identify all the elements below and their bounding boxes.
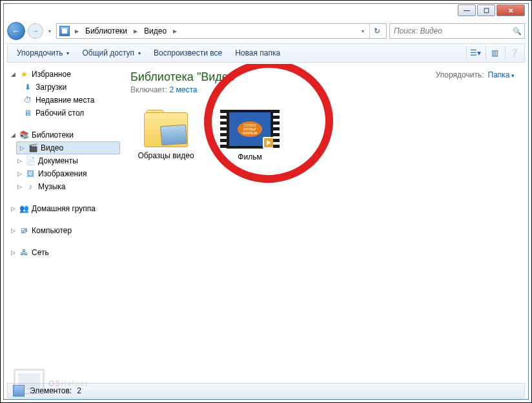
preview-pane-button[interactable]: ▥	[486, 46, 500, 60]
breadcrumb-video[interactable]: Видео	[143, 26, 168, 36]
file-view: Библиотека "Видео" Включает: 2 места Упо…	[120, 64, 525, 383]
recent-icon	[23, 95, 33, 105]
play-all-button[interactable]: Воспроизвести все	[150, 46, 226, 60]
arrange-by: Упорядочить: Папка	[436, 70, 515, 79]
sidebar-documents[interactable]: ▷ Документы	[7, 154, 120, 167]
separator-icon: ▸	[170, 26, 179, 36]
images-icon	[25, 169, 36, 179]
documents-icon	[25, 156, 36, 166]
address-bar: ▸ Библиотеки ▸ Видео ▸	[7, 21, 525, 41]
search-icon[interactable]	[513, 26, 522, 36]
sidebar-homegroup[interactable]: ▷ Домашняя группа	[7, 202, 120, 215]
video-item-film[interactable]: СОЮЗМУЛЬТФИЛЬМ Фильм	[214, 110, 285, 161]
expand-icon[interactable]: ▷	[16, 183, 23, 190]
download-icon	[23, 82, 33, 92]
separator-icon: ▸	[131, 26, 140, 36]
sidebar-recent[interactable]: Недавние места	[7, 94, 120, 107]
window-controls	[458, 5, 525, 16]
close-button[interactable]	[496, 5, 525, 16]
command-bar: Упорядочить Общий доступ Воспроизвести в…	[7, 43, 525, 63]
content-area: ◢ Избранное Загрузки Недавние места Рабо…	[7, 64, 525, 383]
expand-icon[interactable]: ▷	[19, 145, 25, 151]
breadcrumb-libraries[interactable]: Библиотеки	[84, 26, 128, 36]
library-header: Библиотека "Видео" Включает: 2 места Упо…	[130, 70, 515, 94]
breadcrumb-dropdown[interactable]	[359, 23, 367, 39]
collapse-icon[interactable]: ◢	[10, 132, 16, 138]
nav-history-dropdown[interactable]	[46, 23, 54, 39]
maximize-button[interactable]	[477, 5, 495, 16]
sidebar-item-label: Рабочий стол	[36, 108, 118, 118]
status-icon	[13, 385, 25, 397]
search-box[interactable]	[389, 23, 525, 39]
organize-button[interactable]: Упорядочить	[13, 46, 73, 60]
star-icon	[19, 69, 29, 79]
network-icon	[19, 247, 29, 258]
back-button[interactable]	[7, 22, 25, 40]
view-options-button[interactable]: ☰▾	[466, 46, 480, 60]
sidebar-network[interactable]: ▷ Сеть	[7, 246, 120, 259]
sidebar-music[interactable]: ▷ Музыка	[7, 180, 120, 193]
includes-label: Включает:	[130, 85, 167, 94]
desktop-icon	[23, 108, 33, 118]
sidebar-item-label: Сеть	[32, 248, 118, 257]
sidebar-item-label: Недавние места	[36, 96, 118, 105]
expand-icon[interactable]: ▷	[10, 227, 16, 234]
sidebar-item-label: Видео	[41, 143, 118, 152]
sidebar-item-label: Загрузки	[36, 83, 118, 92]
arrange-label: Упорядочить:	[436, 70, 484, 79]
item-label: Образцы видео	[130, 151, 201, 160]
expand-icon[interactable]: ▷	[16, 170, 23, 177]
video-icon	[28, 143, 38, 153]
item-label: Фильм	[214, 152, 285, 161]
homegroup-icon	[19, 203, 29, 214]
arrange-dropdown[interactable]: Папка	[488, 70, 515, 79]
sidebar-item-label: Музыка	[38, 182, 118, 191]
status-elements-label: Элементов:	[30, 386, 72, 395]
explorer-window: ▸ Библиотеки ▸ Видео ▸ Упорядочить Общий…	[0, 0, 532, 403]
breadcrumb-bar[interactable]: ▸ Библиотеки ▸ Видео ▸	[56, 23, 387, 39]
forward-button[interactable]	[28, 23, 43, 39]
computer-icon	[19, 225, 29, 236]
minimize-button[interactable]	[458, 5, 476, 16]
folder-icon	[143, 110, 189, 147]
expand-icon[interactable]: ▷	[16, 158, 23, 164]
expand-icon[interactable]: ▷	[10, 205, 16, 212]
sidebar-downloads[interactable]: Загрузки	[7, 81, 120, 94]
library-title: Библиотека "Видео"	[130, 70, 239, 84]
sidebar-item-label: Компьютер	[32, 226, 118, 235]
collapse-icon[interactable]: ◢	[10, 71, 16, 78]
sidebar-images[interactable]: ▷ Изображения	[7, 167, 120, 180]
refresh-button[interactable]	[369, 24, 384, 38]
sidebar-item-label: Изображения	[38, 169, 118, 178]
status-count: 2	[77, 386, 81, 395]
sidebar-desktop[interactable]: Рабочий стол	[7, 107, 120, 119]
sidebar-item-label: Домашняя группа	[32, 204, 118, 213]
sidebar-libraries[interactable]: ◢ Библиотеки	[7, 129, 120, 141]
sidebar-item-label: Библиотеки	[32, 130, 118, 140]
items-grid: Образцы видео СОЮЗМУЛЬТФИЛЬМ Фильм	[130, 110, 515, 161]
library-subtitle: Включает: 2 места	[130, 85, 239, 94]
play-badge-icon	[263, 137, 274, 149]
separator-icon: ▸	[72, 26, 81, 36]
video-file-icon: СОЮЗМУЛЬТФИЛЬМ	[227, 110, 273, 149]
new-folder-button[interactable]: Новая папка	[231, 46, 284, 60]
share-button[interactable]: Общий доступ	[78, 46, 145, 60]
location-icon	[59, 26, 70, 36]
search-input[interactable]	[393, 26, 513, 36]
includes-link[interactable]: 2 места	[170, 85, 198, 94]
expand-icon[interactable]: ▷	[10, 249, 16, 256]
sidebar-computer[interactable]: ▷ Компьютер	[7, 224, 120, 237]
help-button[interactable]: ❔	[505, 46, 519, 60]
libraries-icon	[19, 130, 29, 140]
music-icon	[25, 181, 36, 192]
status-bar: Элементов: 2	[7, 383, 525, 398]
folder-item-samples[interactable]: Образцы видео	[130, 110, 201, 161]
navigation-pane: ◢ Избранное Загрузки Недавние места Рабо…	[7, 64, 120, 383]
sidebar-item-label: Документы	[38, 156, 118, 165]
sidebar-item-label: Избранное	[32, 70, 118, 79]
sidebar-video[interactable]: ▷ Видео	[16, 141, 120, 154]
sidebar-favorites[interactable]: ◢ Избранное	[7, 68, 120, 81]
